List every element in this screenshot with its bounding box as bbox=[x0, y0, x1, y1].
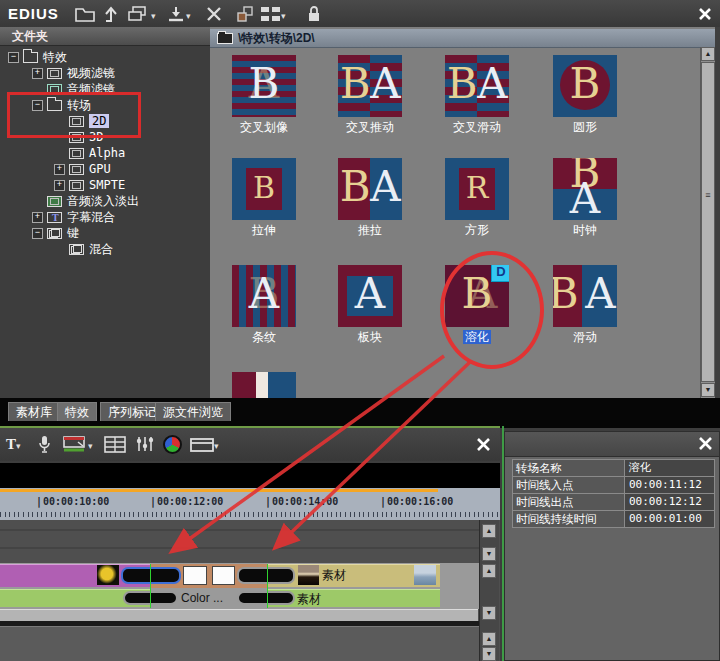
effect-label: 拉伸 bbox=[204, 222, 324, 239]
color-scope-icon[interactable] bbox=[163, 434, 182, 454]
scroll-down-button[interactable] bbox=[482, 606, 496, 620]
effect-item-clock[interactable]: B A 时钟 bbox=[553, 158, 617, 220]
tree-item-audio-fade[interactable]: 音频淡入淡出 bbox=[0, 193, 210, 209]
ruler-tick: 00:00:16:00 bbox=[380, 496, 453, 507]
folder-tree: 特效 视频滤镜 音频滤镜 转场 2D 3D Alpha GPU bbox=[0, 49, 210, 257]
dropdown-arrow-icon[interactable] bbox=[214, 435, 219, 453]
effect-item-cross-wipe[interactable]: A B 交叉划像 bbox=[232, 55, 296, 117]
expand-toggle-icon[interactable] bbox=[32, 68, 43, 79]
expand-toggle-icon[interactable] bbox=[54, 180, 65, 191]
scrollbar-thumb[interactable] bbox=[701, 62, 715, 382]
thumb-letter-front: A bbox=[370, 166, 400, 208]
audio-mixer-icon[interactable] bbox=[136, 434, 154, 454]
effect-item-stretch[interactable]: A B 拉伸 bbox=[232, 158, 296, 220]
effect-label: 方形 bbox=[417, 222, 537, 239]
folder-icon[interactable] bbox=[74, 4, 96, 24]
effect-item-cross-push[interactable]: B A 交叉推动 bbox=[338, 55, 402, 117]
effect-label: 条纹 bbox=[204, 329, 324, 346]
swap-colors-icon[interactable] bbox=[236, 4, 254, 24]
collapse-toggle-icon[interactable] bbox=[32, 228, 43, 239]
scroll-down-button[interactable] bbox=[482, 647, 496, 661]
delete-icon[interactable] bbox=[205, 4, 223, 24]
tree-label: 混合 bbox=[89, 241, 113, 258]
white-frame-box bbox=[183, 566, 207, 585]
info-close-icon[interactable] bbox=[698, 436, 713, 451]
voiceover-mic-icon[interactable] bbox=[36, 434, 53, 454]
timeline-panel: T bbox=[0, 426, 500, 661]
scroll-down-button[interactable] bbox=[482, 547, 496, 561]
expand-toggle-icon[interactable] bbox=[32, 212, 43, 223]
effect-item-cross-slide[interactable]: B A 交叉滑动 bbox=[445, 55, 509, 117]
effect-thumbnail: B A bbox=[338, 55, 402, 117]
effect-item-push[interactable]: B A 推拉 bbox=[338, 158, 402, 220]
duplicate-folder-icon[interactable] bbox=[127, 4, 156, 24]
transition-bar[interactable] bbox=[237, 591, 295, 605]
transition-bar-selected[interactable] bbox=[121, 567, 181, 584]
effect-item-circle[interactable]: B 圆形 bbox=[553, 55, 617, 117]
tree-item-alpha[interactable]: Alpha bbox=[0, 145, 210, 161]
scroll-up-button[interactable] bbox=[482, 564, 496, 578]
timeline-scroll-rail bbox=[479, 520, 499, 661]
import-icon[interactable] bbox=[166, 4, 191, 24]
transition-properties-table: 转场名称 溶化 时间线入点 00:00:11:12 时间线出点 00:00:12… bbox=[512, 459, 715, 528]
effect-item-blocks[interactable]: A 板块 bbox=[338, 265, 402, 327]
effect-item-square[interactable]: A R 方形 bbox=[445, 158, 509, 220]
annotation-rectangle-transitions bbox=[7, 92, 141, 138]
dropdown-arrow-icon[interactable] bbox=[16, 435, 21, 453]
dropdown-arrow-icon[interactable] bbox=[186, 5, 191, 23]
thumb-letter-front: A bbox=[585, 273, 615, 315]
scroll-up-button[interactable] bbox=[701, 47, 715, 61]
bin-tray-icon[interactable] bbox=[190, 434, 219, 454]
thumb-letter-front: A bbox=[477, 63, 507, 105]
effect-item-slide[interactable]: B A 滑动 bbox=[553, 265, 617, 327]
tree-label: 音频淡入淡出 bbox=[67, 193, 139, 210]
main-toolbar: EDIUS bbox=[0, 0, 720, 28]
tree-item-blend[interactable]: 混合 bbox=[0, 241, 210, 257]
effects-scrollbar[interactable] bbox=[700, 47, 716, 398]
title-tool-icon[interactable]: T bbox=[6, 434, 21, 454]
tree-item-title-mixer[interactable]: 字幕混合 bbox=[0, 209, 210, 225]
effect-thumbnail: B A bbox=[553, 265, 617, 327]
grid-table-icon[interactable] bbox=[104, 434, 126, 454]
filter-folder-icon bbox=[69, 180, 84, 191]
panel-edge bbox=[715, 27, 720, 398]
tab-bin[interactable]: 素材库 bbox=[8, 402, 60, 421]
export-render-icon[interactable] bbox=[62, 434, 93, 454]
scroll-down-button[interactable] bbox=[701, 383, 715, 397]
thumb-letter-back: B bbox=[447, 63, 478, 105]
up-folder-icon[interactable] bbox=[103, 4, 119, 24]
timeline-header-strip bbox=[0, 463, 500, 489]
dropdown-arrow-icon[interactable] bbox=[151, 5, 156, 23]
effect-thumbnail: A bbox=[338, 265, 402, 327]
thumb-letter-front: B bbox=[249, 63, 280, 105]
timecode-ruler[interactable]: 00:00:10:00 00:00:12:00 00:00:14:00 00:0… bbox=[0, 488, 500, 520]
view-mode-icon[interactable] bbox=[260, 4, 286, 24]
tree-label: Alpha bbox=[89, 146, 125, 160]
tree-item-gpu[interactable]: GPU bbox=[0, 161, 210, 177]
dropdown-arrow-icon[interactable] bbox=[88, 435, 93, 453]
effect-item-partial[interactable] bbox=[232, 372, 296, 398]
expand-toggle-icon[interactable] bbox=[54, 164, 65, 175]
property-value: 00:00:11:12 bbox=[625, 477, 715, 493]
tree-item-key[interactable]: 键 bbox=[0, 225, 210, 241]
tree-item-effects[interactable]: 特效 bbox=[0, 49, 210, 65]
dropdown-arrow-icon[interactable] bbox=[281, 5, 286, 23]
transition-bar[interactable] bbox=[237, 567, 295, 584]
timeline-close-icon[interactable] bbox=[476, 434, 491, 454]
property-label: 转场名称 bbox=[513, 460, 625, 476]
tree-item-video-filters[interactable]: 视频滤镜 bbox=[0, 65, 210, 81]
window-close-icon[interactable] bbox=[697, 4, 713, 24]
scroll-up-button[interactable] bbox=[482, 524, 496, 538]
scroll-up-button[interactable] bbox=[482, 632, 496, 646]
tree-label: GPU bbox=[89, 162, 111, 176]
tree-item-smpte[interactable]: SMPTE bbox=[0, 177, 210, 193]
tab-effects[interactable]: 特效 bbox=[57, 402, 97, 421]
effect-thumbnail: A B bbox=[232, 158, 296, 220]
collapse-toggle-icon[interactable] bbox=[8, 52, 19, 63]
render-marker-bar bbox=[0, 489, 438, 492]
tab-source-browser[interactable]: 源文件浏览 bbox=[155, 402, 231, 421]
thumb-letter-front: A bbox=[249, 273, 279, 315]
effect-item-stripes[interactable]: B A 条纹 bbox=[232, 265, 296, 327]
filter-folder-icon bbox=[69, 164, 84, 175]
tree-label: SMPTE bbox=[89, 178, 125, 192]
